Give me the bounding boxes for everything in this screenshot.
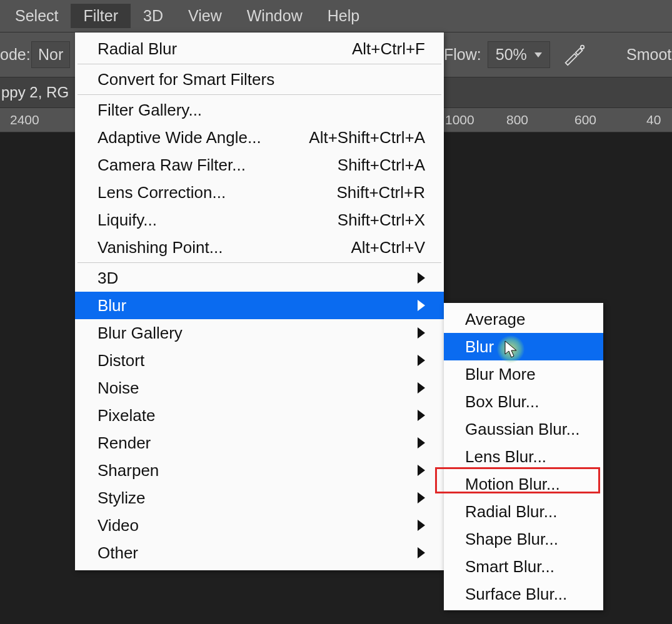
menu-separator: [78, 262, 441, 263]
flow-value-text: 50%: [496, 46, 527, 64]
menu-item-label: Stylize: [98, 488, 146, 508]
menu-item-render[interactable]: Render: [75, 429, 444, 457]
submenu-arrow-icon: [418, 547, 425, 558]
submenu-arrow-icon: [418, 410, 425, 421]
menu-window[interactable]: Window: [234, 4, 315, 28]
menu-item-label: Liquify...: [98, 210, 157, 230]
submenu-item-shape-blur[interactable]: Shape Blur...: [444, 525, 603, 553]
submenu-item-radial-blur[interactable]: Radial Blur...: [444, 498, 603, 525]
menu-item-pixelate[interactable]: Pixelate: [75, 402, 444, 429]
menu-item-other[interactable]: Other: [75, 539, 444, 567]
menu-item-label: Other: [98, 543, 138, 563]
menu-item-shortcut: Shift+Ctrl+R: [336, 182, 425, 202]
menu-item-liquify[interactable]: Liquify... Shift+Ctrl+X: [75, 206, 444, 234]
menu-item-label: Camera Raw Filter...: [98, 155, 246, 175]
smoothing-label: Smooth: [626, 46, 672, 64]
submenu-item-motion-blur[interactable]: Motion Blur...: [444, 470, 603, 498]
submenu-item-blur-more[interactable]: Blur More: [444, 360, 603, 388]
menubar: Select Filter 3D View Window Help: [0, 0, 672, 32]
menu-item-label: Sharpen: [98, 460, 159, 480]
submenu-arrow-icon: [418, 465, 425, 476]
menu-help[interactable]: Help: [315, 4, 372, 28]
svg-point-0: [581, 45, 584, 48]
menu-item-blur-gallery[interactable]: Blur Gallery: [75, 319, 444, 347]
menu-item-label: Adaptive Wide Angle...: [98, 127, 261, 147]
menu-item-label: Lens Correction...: [98, 182, 226, 202]
menu-item-stylize[interactable]: Stylize: [75, 484, 444, 512]
flow-select[interactable]: 50%: [488, 41, 550, 68]
ruler-tick: 800: [506, 112, 528, 127]
menu-item-video[interactable]: Video: [75, 512, 444, 539]
submenu-arrow-icon: [418, 300, 425, 311]
menu-item-label: Noise: [98, 378, 139, 398]
menu-view[interactable]: View: [176, 4, 234, 28]
menu-item-lens-correction[interactable]: Lens Correction... Shift+Ctrl+R: [75, 179, 444, 206]
menu-separator: [78, 64, 441, 64]
submenu-arrow-icon: [418, 327, 425, 339]
menu-item-adaptive-wide-angle[interactable]: Adaptive Wide Angle... Alt+Shift+Ctrl+A: [75, 124, 444, 151]
flow-label: Flow:: [444, 46, 481, 64]
menu-item-sharpen[interactable]: Sharpen: [75, 457, 444, 484]
menu-select[interactable]: Select: [3, 4, 71, 28]
submenu-item-average[interactable]: Average: [444, 305, 603, 333]
menu-item-label: Radial Blur: [98, 39, 177, 59]
menu-item-shortcut: Shift+Ctrl+A: [338, 155, 425, 175]
submenu-item-smart-blur[interactable]: Smart Blur...: [444, 553, 603, 580]
submenu-arrow-icon: [418, 492, 425, 503]
menu-separator: [78, 94, 441, 95]
menu-item-shortcut: Alt+Ctrl+F: [352, 39, 425, 59]
menu-item-label: Render: [98, 433, 151, 453]
ruler-tick: 40: [646, 112, 661, 127]
menu-item-shortcut: Alt+Shift+Ctrl+A: [309, 127, 425, 147]
menu-item-convert-smart-filters[interactable]: Convert for Smart Filters: [75, 66, 444, 93]
filter-dropdown: Radial Blur Alt+Ctrl+F Convert for Smart…: [75, 32, 444, 570]
menu-item-label: Blur Gallery: [98, 323, 183, 343]
ruler-tick: 2400: [10, 112, 39, 127]
mode-select[interactable]: Nor: [31, 41, 70, 68]
menu-3d[interactable]: 3D: [131, 4, 176, 28]
menu-item-label: 3D: [98, 268, 118, 288]
submenu-item-surface-blur[interactable]: Surface Blur...: [444, 580, 603, 608]
document-tab[interactable]: ppy 2, RG: [0, 84, 70, 101]
menu-item-label: Convert for Smart Filters: [98, 69, 274, 89]
submenu-item-gaussian-blur[interactable]: Gaussian Blur...: [444, 415, 603, 443]
submenu-arrow-icon: [418, 272, 425, 284]
menu-item-3d[interactable]: 3D: [75, 264, 444, 292]
menu-item-label: Blur: [98, 295, 126, 315]
ruler-tick: 600: [574, 112, 596, 127]
ruler-tick: 1000: [445, 112, 474, 127]
submenu-arrow-icon: [418, 355, 425, 366]
menu-item-camera-raw-filter[interactable]: Camera Raw Filter... Shift+Ctrl+A: [75, 151, 444, 179]
menu-item-noise[interactable]: Noise: [75, 374, 444, 402]
menu-item-filter-gallery[interactable]: Filter Gallery...: [75, 96, 444, 124]
submenu-arrow-icon: [418, 382, 425, 394]
menu-item-radial-blur-last[interactable]: Radial Blur Alt+Ctrl+F: [75, 35, 444, 62]
menu-item-vanishing-point[interactable]: Vanishing Point... Alt+Ctrl+V: [75, 234, 444, 261]
menu-item-label: Filter Gallery...: [98, 100, 202, 120]
submenu-arrow-icon: [418, 520, 425, 531]
menu-filter[interactable]: Filter: [71, 4, 131, 28]
menu-item-label: Vanishing Point...: [98, 237, 223, 257]
menu-item-shortcut: Shift+Ctrl+X: [338, 210, 425, 230]
menu-item-blur[interactable]: Blur: [75, 292, 444, 319]
submenu-arrow-icon: [418, 437, 425, 448]
menu-item-label: Video: [98, 515, 139, 535]
submenu-item-box-blur[interactable]: Box Blur...: [444, 388, 603, 415]
menu-item-distort[interactable]: Distort: [75, 347, 444, 374]
menu-item-shortcut: Alt+Ctrl+V: [351, 237, 426, 257]
airbrush-icon[interactable]: [563, 44, 586, 66]
menu-item-label: Distort: [98, 350, 144, 370]
submenu-item-lens-blur[interactable]: Lens Blur...: [444, 443, 603, 470]
mode-label: ode:: [0, 46, 31, 64]
chevron-down-icon[interactable]: [534, 52, 542, 57]
menu-item-label: Pixelate: [98, 405, 156, 425]
